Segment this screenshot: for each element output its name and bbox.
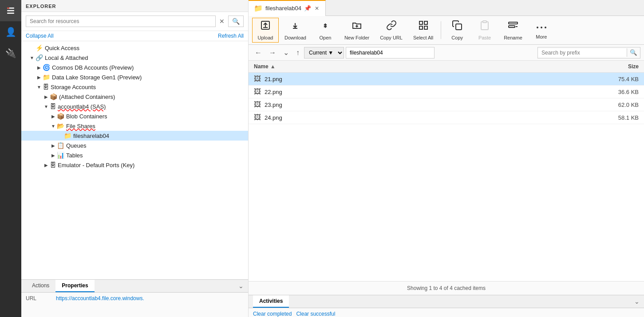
- clear-successful-link[interactable]: Clear successful: [296, 311, 335, 317]
- svg-rect-1: [7, 10, 14, 12]
- hamburger-menu-icon[interactable]: [0, 0, 21, 21]
- svg-rect-17: [483, 21, 486, 23]
- search-go-button[interactable]: 🔍: [228, 16, 244, 27]
- tree-label-attached-containers: (Attached Containers): [59, 94, 115, 100]
- tree-item-local-attached[interactable]: ▼ 🔗 Local & Attached: [21, 53, 248, 63]
- tree-item-quick-access[interactable]: ⚡ Quick Access: [21, 43, 248, 53]
- tree-label-storage-accounts: Storage Accounts: [51, 84, 96, 90]
- upload-button[interactable]: Upload: [252, 18, 279, 43]
- quick-access-icon: ⚡: [36, 44, 43, 51]
- tree-item-emulator[interactable]: ▶ 🗄 Emulator - Default Ports (Key): [21, 160, 248, 170]
- collapse-refresh-row: Collapse All Refresh All: [21, 31, 248, 41]
- toggle-attached-containers: ▶: [43, 94, 50, 99]
- select-all-label: Select All: [413, 35, 433, 40]
- new-folder-button[interactable]: New Folder: [340, 18, 374, 43]
- tab-properties[interactable]: Properties: [55, 280, 94, 292]
- toggle-local-attached: ▼: [28, 55, 36, 60]
- main-tab-filesharelab04[interactable]: 📁 filesharelab04 📌 ✕: [249, 0, 326, 16]
- rename-button[interactable]: Rename: [499, 18, 527, 43]
- tab-bar: 📁 filesharelab04 📌 ✕: [249, 0, 644, 16]
- nav-forward-button[interactable]: →: [266, 48, 279, 58]
- tree-label-filesharelab04: filesharelab04: [73, 133, 109, 139]
- file-name-3: 24.png: [265, 114, 594, 121]
- tree-item-blob-containers[interactable]: ▶ 📦 Blob Containers: [21, 111, 248, 121]
- emulator-icon: 🗄: [50, 161, 56, 168]
- file-name-1: 22.png: [265, 89, 594, 95]
- tree-item-attached-containers[interactable]: ▶ 📦 (Attached Containers): [21, 92, 248, 102]
- clear-completed-link[interactable]: Clear completed: [253, 311, 292, 317]
- tab-close-button[interactable]: ✕: [314, 5, 320, 12]
- toggle-storage-accounts: ▼: [36, 85, 43, 90]
- file-name-0: 21.png: [265, 76, 594, 82]
- nav-up-button[interactable]: ↑: [293, 48, 302, 58]
- file-row[interactable]: 🖼 21.png 75.4 KB: [249, 73, 644, 86]
- open-button[interactable]: Open: [312, 18, 339, 43]
- paste-button[interactable]: Paste: [471, 18, 498, 43]
- nav-search-button[interactable]: 🔍: [627, 48, 640, 57]
- tree-item-storage-accounts[interactable]: ▼ 🗄 Storage Accounts: [21, 82, 248, 92]
- tree-item-accountlab4[interactable]: ▼ 🗄 accountlab4 (SAS): [21, 102, 248, 111]
- file-row[interactable]: 🖼 23.png 62.0 KB: [249, 98, 644, 111]
- account-icon[interactable]: 👤: [0, 21, 21, 43]
- tab-activities[interactable]: Activities: [253, 295, 289, 308]
- queues-icon: 📋: [57, 142, 64, 149]
- nav-search-input[interactable]: [538, 49, 627, 57]
- nav-path-input[interactable]: [346, 47, 435, 59]
- toggle-data-lake: ▶: [36, 75, 43, 80]
- download-button[interactable]: Download: [280, 18, 311, 43]
- tree-item-tables[interactable]: ▶ 📊 Tables: [21, 150, 248, 160]
- tree-item-file-shares[interactable]: ▼ 📂 File Shares: [21, 121, 248, 131]
- col-name-header: Name ▲: [254, 63, 594, 70]
- tab-actions[interactable]: Actions: [26, 280, 55, 292]
- toggle-accountlab4: ▼: [43, 104, 50, 109]
- bottom-tabs: Actions Properties ⌄: [21, 280, 248, 293]
- toolbar-separator: [441, 21, 441, 39]
- refresh-all-link[interactable]: Refresh All: [218, 33, 244, 39]
- file-size-1: 36.6 KB: [594, 89, 639, 95]
- paste-icon: [479, 20, 490, 33]
- file-size-3: 58.1 KB: [594, 114, 639, 121]
- file-name-2: 23.png: [265, 102, 594, 108]
- copy-icon: [452, 20, 462, 33]
- svg-rect-2: [7, 13, 14, 14]
- file-list-header: Name ▲ Size: [249, 61, 644, 73]
- search-input[interactable]: [26, 16, 216, 27]
- local-attached-icon: 🔗: [36, 54, 43, 61]
- tree-item-filesharelab04[interactable]: 📁 filesharelab04: [21, 131, 248, 141]
- tree-item-cosmos-db[interactable]: ▶ 🌀 Cosmos DB Accounts (Preview): [21, 63, 248, 72]
- toolbar: Upload Download Open: [249, 16, 644, 45]
- collapse-all-link[interactable]: Collapse All: [26, 33, 54, 39]
- activities-tabs: Activities ⌄: [249, 295, 644, 308]
- copy-url-button[interactable]: Copy URL: [375, 18, 407, 43]
- attached-containers-icon: 📦: [50, 93, 57, 100]
- activities-panel-chevron[interactable]: ⌄: [634, 298, 640, 305]
- tree-label-accountlab4: accountlab4 (SAS): [58, 103, 106, 110]
- bottom-panel: Actions Properties ⌄ URL https://account…: [21, 279, 248, 317]
- bottom-panel-chevron[interactable]: ⌄: [238, 282, 244, 290]
- tree-item-data-lake[interactable]: ▶ 📁 Data Lake Storage Gen1 (Preview): [21, 72, 248, 82]
- toggle-cosmos-db: ▶: [36, 65, 43, 70]
- url-key: URL: [26, 295, 52, 301]
- new-folder-icon: [352, 20, 362, 33]
- nav-down-button[interactable]: ⌄: [281, 47, 292, 58]
- svg-point-22: [541, 27, 542, 28]
- file-icon-2: 🖼: [254, 101, 261, 109]
- search-clear-button[interactable]: ✕: [217, 18, 226, 25]
- plugin-icon[interactable]: 🔌: [0, 43, 21, 64]
- bottom-properties-content: URL https://accountlab4.file.core.window…: [21, 293, 248, 304]
- tree-item-queues[interactable]: ▶ 📋 Queues: [21, 141, 248, 150]
- file-row[interactable]: 🖼 24.png 58.1 KB: [249, 111, 644, 124]
- nav-back-button[interactable]: ←: [252, 48, 265, 58]
- toggle-blob-containers: ▶: [50, 114, 57, 119]
- more-button[interactable]: More: [528, 18, 555, 43]
- copy-label: Copy: [451, 35, 463, 40]
- select-all-button[interactable]: Select All: [408, 18, 438, 43]
- svg-rect-3: [7, 8, 9, 9]
- upload-label: Upload: [258, 35, 273, 40]
- sort-icon[interactable]: ▲: [270, 63, 276, 70]
- nav-scope-select[interactable]: Current ▼: [304, 47, 344, 59]
- rename-label: Rename: [504, 35, 522, 40]
- file-row[interactable]: 🖼 22.png 36.6 KB: [249, 86, 644, 98]
- rename-icon: [508, 20, 518, 33]
- copy-button[interactable]: Copy: [444, 18, 470, 43]
